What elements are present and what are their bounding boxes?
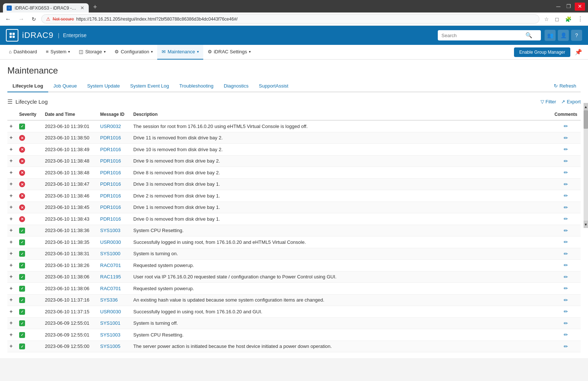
comment-cell[interactable]: ✏ — [551, 294, 581, 306]
msgid-cell[interactable]: USR0030 — [97, 306, 130, 318]
expand-row-button[interactable]: + — [10, 193, 13, 198]
filter-button[interactable]: ▽ Filter — [541, 99, 556, 104]
msgid-cell[interactable]: SYS336 — [97, 294, 130, 306]
comment-icon[interactable]: ✏ — [564, 251, 568, 257]
msgid-cell[interactable]: PDR1016 — [97, 167, 130, 179]
msgid-cell[interactable]: RAC0701 — [97, 260, 130, 271]
msgid-cell[interactable]: PDR1016 — [97, 132, 130, 144]
pin-nav-button[interactable]: 📌 — [573, 47, 584, 57]
export-button[interactable]: ↗ Export — [561, 99, 581, 104]
comment-icon[interactable]: ✏ — [564, 274, 568, 280]
comment-cell[interactable]: ✏ — [551, 271, 581, 283]
comment-icon[interactable]: ✏ — [564, 239, 568, 245]
tab-close-icon[interactable]: ✕ — [80, 5, 84, 11]
comment-cell[interactable]: ✏ — [551, 120, 581, 132]
comment-cell[interactable]: ✏ — [551, 144, 581, 156]
scroll-down-arrow[interactable]: ▼ — [584, 221, 588, 228]
reload-button[interactable]: ↻ — [29, 15, 38, 23]
comment-cell[interactable]: ✏ — [551, 283, 581, 295]
expand-row-button[interactable]: + — [10, 332, 13, 337]
comment-cell[interactable]: ✏ — [551, 132, 581, 144]
comment-icon[interactable]: ✏ — [564, 297, 568, 303]
comment-icon[interactable]: ✏ — [564, 216, 568, 222]
comment-icon[interactable]: ✏ — [564, 320, 568, 326]
enable-group-manager-button[interactable]: Enable Group Manager — [514, 47, 570, 57]
comment-icon[interactable]: ✏ — [564, 309, 568, 314]
back-button[interactable]: ← — [3, 15, 13, 24]
menu-button[interactable]: ⋮ — [575, 14, 585, 24]
tab-lifecycle-log[interactable]: Lifecycle Log — [7, 80, 48, 92]
scrollbar-thumb[interactable] — [584, 110, 588, 129]
msgid-cell[interactable]: SYS1003 — [97, 329, 130, 341]
expand-row-button[interactable]: + — [10, 204, 13, 210]
comment-cell[interactable]: ✏ — [551, 225, 581, 236]
comment-cell[interactable]: ✏ — [551, 178, 581, 190]
comment-icon[interactable]: ✏ — [564, 123, 568, 129]
comment-icon[interactable]: ✏ — [564, 343, 568, 349]
comment-cell[interactable]: ✏ — [551, 260, 581, 271]
url-bar[interactable]: ⚠ Not secure https://176.16.251.205/rest… — [41, 14, 539, 24]
msgid-cell[interactable]: USR0030 — [97, 236, 130, 248]
comment-icon[interactable]: ✏ — [564, 332, 568, 338]
comment-icon[interactable]: ✏ — [564, 193, 568, 199]
expand-row-button[interactable]: + — [10, 343, 13, 349]
profile-icon-btn[interactable]: 👤 — [558, 30, 569, 41]
msgid-cell[interactable]: PDR1016 — [97, 213, 130, 225]
comment-cell[interactable]: ✏ — [551, 213, 581, 225]
expand-row-button[interactable]: + — [10, 147, 13, 152]
comment-cell[interactable]: ✏ — [551, 329, 581, 341]
scrollbar-track[interactable]: ▲ ▼ — [584, 110, 588, 221]
expand-row-button[interactable]: + — [10, 274, 13, 279]
bookmark-button[interactable]: ☆ — [542, 14, 551, 24]
comment-cell[interactable]: ✏ — [551, 167, 581, 179]
comment-icon[interactable]: ✏ — [564, 170, 568, 175]
comment-icon[interactable]: ✏ — [564, 158, 568, 164]
comment-icon[interactable]: ✏ — [564, 146, 568, 152]
browser-tab-active[interactable]: i iDRAC-8FXG6S3 - iDRAC9 - Main ✕ — [3, 3, 89, 13]
expand-row-button[interactable]: + — [10, 263, 13, 268]
new-tab-button[interactable]: + — [90, 2, 100, 13]
expand-row-button[interactable]: + — [10, 320, 13, 325]
comment-cell[interactable]: ✏ — [551, 317, 581, 329]
comment-icon[interactable]: ✏ — [564, 262, 568, 268]
expand-row-button[interactable]: + — [10, 135, 13, 140]
msgid-cell[interactable]: RAC0701 — [97, 283, 130, 295]
expand-row-button[interactable]: + — [10, 297, 13, 302]
comment-icon[interactable]: ✏ — [564, 228, 568, 234]
comment-icon[interactable]: ✏ — [564, 285, 568, 291]
tab-diagnostics[interactable]: Diagnostics — [219, 80, 254, 92]
tab-system-update[interactable]: System Update — [82, 80, 125, 92]
tab-system-event-log[interactable]: System Event Log — [125, 80, 175, 92]
tab-job-queue[interactable]: Job Queue — [48, 80, 82, 92]
expand-row-button[interactable]: + — [10, 170, 13, 175]
comment-cell[interactable]: ✏ — [551, 248, 581, 260]
msgid-cell[interactable]: SYS1005 — [97, 341, 130, 352]
expand-row-button[interactable]: + — [10, 158, 13, 163]
expand-row-button[interactable]: + — [10, 239, 13, 245]
help-icon-btn[interactable]: ? — [571, 30, 582, 41]
refresh-button[interactable]: ↻ Refresh — [549, 80, 581, 92]
nav-item-idrac-settings[interactable]: ⚙ iDRAC Settings ▾ — [203, 45, 255, 60]
comment-cell[interactable]: ✏ — [551, 341, 581, 352]
extensions-button[interactable]: 🧩 — [563, 14, 573, 24]
expand-row-button[interactable]: + — [10, 286, 13, 291]
msgid-cell[interactable]: SYS1003 — [97, 225, 130, 236]
users-icon-btn[interactable]: 👥 — [545, 30, 556, 41]
expand-row-button[interactable]: + — [10, 228, 13, 233]
nav-item-storage[interactable]: ◫ Storage ▾ — [74, 45, 110, 60]
search-input[interactable] — [441, 33, 522, 38]
msgid-cell[interactable]: SYS1000 — [97, 248, 130, 260]
nav-item-dashboard[interactable]: ⌂ Dashboard — [4, 45, 41, 60]
expand-row-button[interactable]: + — [10, 181, 13, 186]
msgid-cell[interactable]: PDR1016 — [97, 144, 130, 156]
tab-troubleshooting[interactable]: Troubleshooting — [174, 80, 219, 92]
tab-support-assist[interactable]: SupportAssist — [254, 80, 293, 92]
nav-item-maintenance[interactable]: ✉ Maintenance ▾ — [157, 45, 203, 60]
close-window-btn[interactable]: ✕ — [575, 3, 585, 11]
comment-icon[interactable]: ✏ — [564, 204, 568, 210]
comment-cell[interactable]: ✏ — [551, 190, 581, 202]
expand-row-button[interactable]: + — [10, 251, 13, 256]
msgid-cell[interactable]: SYS1001 — [97, 317, 130, 329]
comment-icon[interactable]: ✏ — [564, 181, 568, 187]
nav-item-system[interactable]: ≡ System ▾ — [41, 45, 74, 60]
